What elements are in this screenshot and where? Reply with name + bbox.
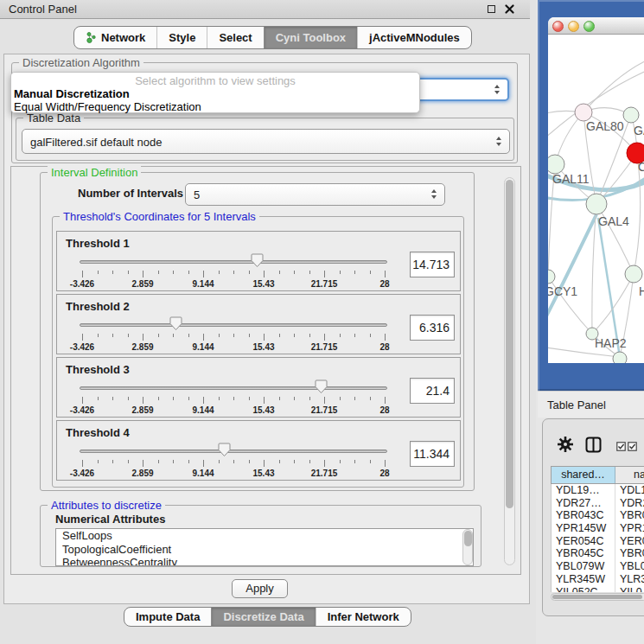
tick-mark — [188, 460, 189, 463]
table-row[interactable]: YIL052CYIL0 — [552, 586, 644, 593]
tab-jactivemnodules[interactable]: jActiveMNodules — [357, 27, 471, 48]
cell-name[interactable]: YBR0 — [615, 547, 644, 560]
attribute-item-selfloops[interactable]: SelfLoops — [56, 529, 473, 543]
cell-name[interactable]: YDR2 — [615, 497, 644, 510]
cell-shared-name[interactable]: YDL19… — [552, 484, 615, 497]
tick-mark — [324, 271, 325, 277]
scrollbar-thumb[interactable] — [552, 595, 642, 599]
cell-shared-name[interactable]: YER054C — [552, 535, 615, 548]
table-row[interactable]: YBR045CYBR0 — [552, 547, 644, 560]
threshold-value-field[interactable]: 6.316 — [410, 315, 455, 341]
tab-infer-network[interactable]: Infer Network — [316, 608, 411, 626]
checkbox-checked-icon[interactable] — [628, 442, 637, 451]
checkbox-checked-icon[interactable] — [616, 442, 626, 451]
settings-panel-scrollbar[interactable] — [504, 177, 515, 565]
threshold-value-field[interactable]: 14.713 — [410, 252, 455, 277]
node-label: HAP2 — [595, 336, 627, 350]
close-light-button[interactable] — [552, 21, 564, 32]
cell-name[interactable]: YPR1 — [615, 522, 644, 535]
cell-shared-name[interactable]: YIL052C — [552, 586, 615, 593]
slider-thumb[interactable] — [169, 316, 182, 331]
tick-mark — [340, 334, 341, 337]
dropdown-option-equal-width-frequency[interactable]: Equal Width/Frequency Discretization — [14, 100, 201, 113]
cell-shared-name[interactable]: YBR043C — [552, 509, 615, 522]
number-of-intervals-combobox[interactable]: 5 — [185, 183, 445, 206]
slider-thumb[interactable] — [218, 443, 231, 457]
threshold-3-slider[interactable]: -3.4262.8599.14415.4321.71528 — [80, 379, 387, 417]
network-node-gal11[interactable] — [548, 155, 564, 174]
zoom-light-button[interactable] — [583, 21, 595, 32]
apply-button[interactable]: Apply — [232, 579, 288, 598]
tick-label: 9.144 — [182, 405, 225, 415]
network-node-gal80[interactable] — [575, 104, 592, 121]
network-node-ga[interactable] — [623, 107, 639, 123]
tick-mark — [158, 460, 159, 463]
cell-shared-name[interactable]: YLR345W — [552, 573, 615, 586]
threshold-value-field[interactable]: 11.344 — [410, 441, 455, 467]
table-row[interactable]: YDL19…YDL1 — [552, 484, 644, 497]
minimize-light-button[interactable] — [568, 21, 579, 32]
tab-label: Select — [219, 31, 252, 44]
cell-shared-name[interactable]: YBR045C — [552, 547, 615, 560]
tick-mark — [309, 397, 310, 400]
tab-cyni-toolbox[interactable]: Cyni Toolbox — [264, 27, 357, 48]
slider-track[interactable] — [80, 323, 387, 327]
slider-track[interactable] — [80, 386, 387, 390]
float-window-icon[interactable] — [488, 5, 495, 13]
tick-mark — [98, 397, 99, 400]
table-row[interactable]: YLR345WYLR3 — [552, 573, 644, 586]
slider-thumb[interactable] — [251, 253, 264, 268]
table-row[interactable]: YBL079WYBL0 — [552, 560, 644, 573]
table-row[interactable]: YDR27…YDR2 — [552, 497, 644, 510]
column-header-na[interactable]: na — [615, 467, 644, 483]
cell-shared-name[interactable]: YDR27… — [552, 497, 615, 510]
scrollbar-thumb[interactable] — [464, 531, 472, 546]
slider-track[interactable] — [80, 450, 387, 453]
table-data-combobox[interactable]: galFiltered.sif default node — [22, 129, 510, 154]
network-canvas[interactable]: GAL80GACGAL11GAL4GCY1HHAP2 — [548, 35, 644, 363]
tick-mark — [354, 397, 355, 400]
network-window-titlebar[interactable] — [548, 17, 644, 35]
tab-discretize-data[interactable]: Discretize Data — [211, 608, 315, 626]
threshold-4-slider[interactable]: -3.4262.8599.14415.4321.71528 — [80, 442, 387, 480]
attributes-list-scrollbar[interactable] — [462, 529, 473, 565]
cell-shared-name[interactable]: YPR145W — [552, 522, 615, 535]
number-of-intervals-label: Number of Intervals — [78, 187, 183, 200]
tick-mark — [249, 334, 250, 337]
table-horizontal-scrollbar[interactable] — [551, 593, 644, 601]
table-row[interactable]: YER054CYER0 — [552, 535, 644, 548]
slider-thumb[interactable] — [315, 379, 328, 394]
gear-icon[interactable] — [558, 437, 573, 452]
gear-hole — [564, 443, 567, 446]
threshold-1-slider[interactable]: -3.4262.8599.14415.4321.71528 — [80, 252, 387, 290]
attribute-item-topologicalcoefficient[interactable]: TopologicalCoefficient — [56, 543, 473, 557]
cell-name[interactable]: YDL1 — [615, 484, 644, 497]
table-row[interactable]: YPR145WYPR1 — [552, 522, 644, 535]
algorithm-dropdown-popup: Select algorithm to view settings Manual… — [10, 72, 420, 113]
network-node-gcy1[interactable] — [548, 270, 555, 284]
close-icon[interactable] — [505, 4, 514, 14]
attribute-item-betweennesscentrality[interactable]: BetweennessCentrality — [56, 556, 473, 566]
tab-style[interactable]: Style — [156, 27, 207, 48]
cell-shared-name[interactable]: YBL079W — [552, 560, 615, 573]
network-node-bottom-node[interactable] — [613, 352, 627, 363]
tab-network[interactable]: Network — [74, 27, 156, 48]
numerical-attributes-list[interactable]: SelfLoopsTopologicalCoefficientBetweenne… — [55, 528, 474, 566]
cell-name[interactable]: YBR0 — [615, 509, 644, 522]
slider-track[interactable] — [80, 260, 387, 264]
cell-name[interactable]: YLR3 — [615, 573, 644, 586]
network-node-h[interactable] — [625, 265, 642, 283]
network-node-gal4[interactable] — [586, 194, 607, 214]
column-header-shared[interactable]: shared… — [552, 467, 615, 483]
split-columns-icon[interactable] — [585, 437, 602, 453]
cell-name[interactable]: YER0 — [615, 535, 644, 548]
cell-name[interactable]: YBL0 — [615, 560, 644, 573]
scrollbar-thumb[interactable] — [506, 180, 513, 508]
tab-impute-data[interactable]: Impute Data — [124, 608, 211, 626]
cell-name[interactable]: YIL0 — [615, 586, 644, 593]
threshold-2-slider[interactable]: -3.4262.8599.14415.4321.71528 — [80, 316, 387, 354]
table-row[interactable]: YBR043CYBR0 — [552, 509, 644, 522]
tab-select[interactable]: Select — [207, 27, 263, 48]
dropdown-option-manual-discretization[interactable]: Manual Discretization — [14, 87, 130, 100]
threshold-value-field[interactable]: 21.4 — [410, 378, 455, 404]
